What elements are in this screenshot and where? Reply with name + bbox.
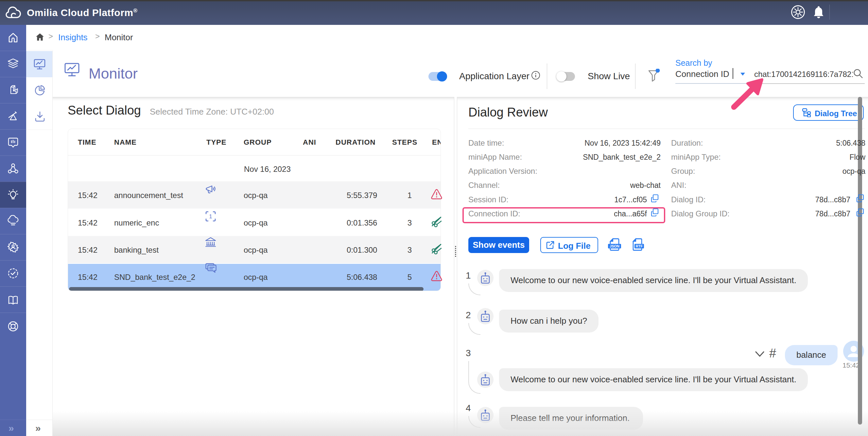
svg-text:JSON: JSON bbox=[610, 244, 619, 248]
svg-text:1: 1 bbox=[209, 213, 212, 220]
svg-text:RTF: RTF bbox=[636, 244, 643, 248]
